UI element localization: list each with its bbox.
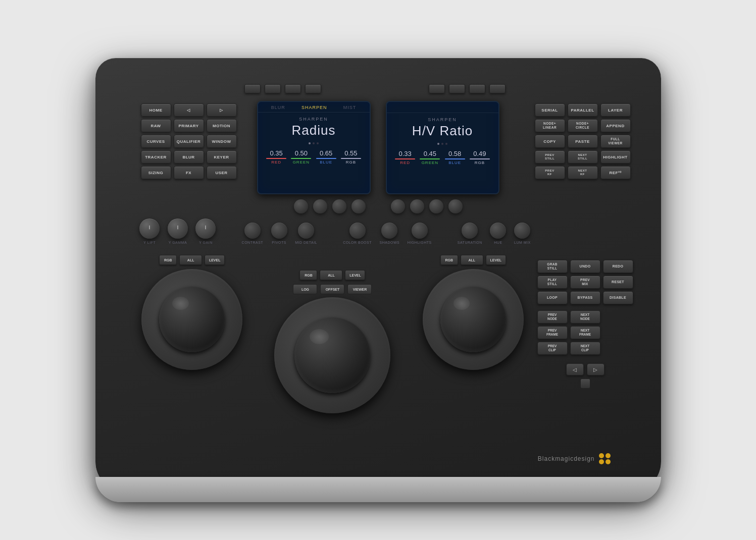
btn-bypass[interactable]: BYPASS xyxy=(570,291,600,304)
top-btn-5[interactable] xyxy=(429,84,445,93)
knob-hue-dial[interactable] xyxy=(490,223,506,239)
btn-highlight[interactable]: HIGHLIGHT xyxy=(600,150,631,164)
btn-node-circle[interactable]: NODE+CIRCLE xyxy=(568,119,598,132)
knob-lum-mix-dial[interactable] xyxy=(514,223,530,239)
display-knob-7[interactable] xyxy=(429,199,443,213)
btn-next-node[interactable]: NEXTNODE xyxy=(570,310,600,323)
top-btn-2[interactable] xyxy=(265,84,281,93)
btn-ref[interactable]: REF²⁰ xyxy=(600,166,631,179)
knob-mid-detail-dial[interactable] xyxy=(298,223,314,239)
top-btn-8[interactable] xyxy=(489,84,506,93)
knob-y-gamma-dial[interactable] xyxy=(168,219,188,239)
btn-prev[interactable]: ◁ xyxy=(174,103,204,117)
display-knob-3[interactable] xyxy=(332,199,346,213)
val-rgb-left: 0.55 RGB xyxy=(341,149,361,165)
btn-loop[interactable]: LOOP xyxy=(537,291,568,304)
display-knob-4[interactable] xyxy=(351,199,366,213)
top-btn-4[interactable] xyxy=(305,84,321,93)
top-btn-3[interactable] xyxy=(285,84,301,93)
top-btn-6[interactable] xyxy=(449,84,465,93)
btn-prev-still[interactable]: PREVSTILL xyxy=(535,150,565,164)
btn-next-kf[interactable]: NEXTKF xyxy=(568,166,598,179)
btn-next[interactable]: ▷ xyxy=(207,103,237,117)
btn-user[interactable]: USER xyxy=(207,166,237,179)
btn-prev-frame[interactable]: PREVFRAME xyxy=(537,326,568,339)
btn-full-viewer[interactable]: FULLVIEWER xyxy=(600,135,631,148)
btn-redo[interactable]: REDO xyxy=(603,260,633,273)
val-bar-blue-left xyxy=(316,158,336,159)
knob-y-lift-dial[interactable] xyxy=(139,219,160,239)
btn-offset[interactable]: OFFSET xyxy=(320,284,344,294)
tb-right-all[interactable]: ALL xyxy=(461,255,483,265)
trackball-center-ball xyxy=(294,317,370,393)
btn-primary[interactable]: PRIMARY xyxy=(174,119,204,132)
tb-left-all[interactable]: ALL xyxy=(179,255,202,265)
btn-play-still[interactable]: PLAYSTILL xyxy=(537,276,568,289)
knob-shadows-dial[interactable] xyxy=(381,223,397,239)
btn-keyer[interactable]: KEYER xyxy=(207,150,237,164)
tb-center-rgb[interactable]: RGB xyxy=(299,270,317,280)
btn-prev-kf[interactable]: PREVKF xyxy=(535,166,565,179)
tab-sharpen[interactable]: SHARPEN xyxy=(301,105,327,110)
btn-tracker[interactable]: TRACKER xyxy=(141,150,171,164)
trackball-left-ring[interactable] xyxy=(141,269,242,370)
btn-copy[interactable]: COPY xyxy=(535,135,565,148)
btn-layer[interactable]: LAYER xyxy=(600,103,631,117)
btn-prev-clip[interactable]: PREVCLIP xyxy=(537,342,568,355)
btn-next-still[interactable]: NEXTSTILL xyxy=(568,150,598,164)
knob-highlights-dial[interactable] xyxy=(412,223,428,239)
btn-blur[interactable]: BLUR xyxy=(174,150,204,164)
btn-motion[interactable]: MOTION xyxy=(207,119,237,132)
knob-saturation-dial[interactable] xyxy=(462,223,478,239)
display-knob-5[interactable] xyxy=(391,199,405,213)
display-knob-1[interactable] xyxy=(294,199,308,213)
btn-prev-node[interactable]: PREVNODE xyxy=(537,310,568,323)
btn-grab-still[interactable]: GRABSTILL xyxy=(537,260,568,273)
tb-left-level[interactable]: LEVEL xyxy=(205,255,225,265)
btn-append[interactable]: APPEND xyxy=(600,119,631,132)
knob-shadows-label: SHADOWS xyxy=(380,241,400,244)
trackball-center-ring[interactable] xyxy=(274,297,390,413)
display-knob-2[interactable] xyxy=(313,199,327,213)
knob-y-gain-dial[interactable] xyxy=(195,219,216,239)
top-btn-7[interactable] xyxy=(469,84,485,93)
btn-raw[interactable]: RAW xyxy=(141,119,171,132)
btn-serial[interactable]: SERIAL xyxy=(535,103,565,117)
btn-node-linear[interactable]: NODE+LINEAR xyxy=(535,119,565,132)
tab-mist[interactable]: MIST xyxy=(343,105,357,110)
btn-qualifier[interactable]: QUALIFIER xyxy=(174,135,204,148)
display-knob-8[interactable] xyxy=(448,199,463,213)
display-knob-6[interactable] xyxy=(410,199,424,213)
btn-viewer[interactable]: VIEWER xyxy=(347,284,372,294)
btn-parallel[interactable]: PARALLEL xyxy=(568,103,598,117)
tb-center-level[interactable]: LEVEL xyxy=(345,270,365,280)
btn-disable[interactable]: DISABLE xyxy=(603,291,633,304)
btn-log[interactable]: LOG xyxy=(293,284,317,294)
tab-blur[interactable]: BLUR xyxy=(271,105,285,110)
btn-next-clip[interactable]: NEXTCLIP xyxy=(570,342,600,355)
knob-pivots-dial[interactable] xyxy=(271,223,287,239)
btn-undo[interactable]: UNDO xyxy=(570,260,600,273)
knob-color-boost-dial[interactable] xyxy=(349,223,366,239)
btn-stop[interactable] xyxy=(580,379,590,389)
tb-center-all[interactable]: ALL xyxy=(320,270,342,280)
tb-right-rgb[interactable]: RGB xyxy=(440,255,458,265)
tb-right-level[interactable]: LEVEL xyxy=(486,255,506,265)
tb-left-rgb[interactable]: RGB xyxy=(159,255,177,265)
btn-fx[interactable]: FX xyxy=(174,166,204,179)
btn-prev-mix[interactable]: PREVMIX xyxy=(570,276,600,289)
btn-curves[interactable]: CURVES xyxy=(141,135,171,148)
trackball-right-ring[interactable] xyxy=(423,269,524,370)
btn-window[interactable]: WINDOW xyxy=(207,135,237,148)
btn-reset[interactable]: RESET xyxy=(603,276,633,289)
knob-contrast-dial[interactable] xyxy=(244,223,261,239)
main-knobs-row: Y LIFT Y GAMMA Y GAIN CONTRAST PIVOTS xyxy=(136,219,535,244)
btn-next-frame[interactable]: NEXTFRAME xyxy=(570,326,600,339)
btn-play-back[interactable]: ◁ xyxy=(566,363,584,375)
btn-home[interactable]: HOME xyxy=(141,103,171,117)
knob-lum-mix: LUM MIX xyxy=(514,223,531,244)
btn-sizing[interactable]: SIZING xyxy=(141,166,171,179)
top-btn-1[interactable] xyxy=(244,84,261,93)
btn-paste[interactable]: PASTE xyxy=(568,135,598,148)
btn-play-forward[interactable]: ▷ xyxy=(587,363,604,375)
